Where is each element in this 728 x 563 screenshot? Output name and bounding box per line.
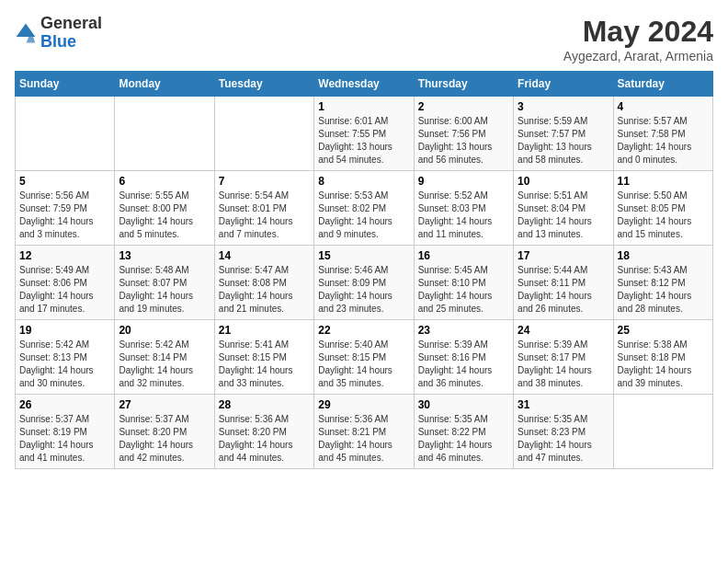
day-info: Sunrise: 5:51 AMSunset: 8:04 PMDaylight:… xyxy=(518,190,609,241)
day-info: Sunrise: 5:43 AMSunset: 8:12 PMDaylight:… xyxy=(618,264,709,316)
calendar-day-cell: 10Sunrise: 5:51 AMSunset: 8:04 PMDayligh… xyxy=(514,171,613,246)
calendar-day-cell xyxy=(16,97,115,171)
day-number: 7 xyxy=(219,175,310,188)
calendar-day-cell: 15Sunrise: 5:46 AMSunset: 8:09 PMDayligh… xyxy=(314,246,414,320)
calendar-week-row: 12Sunrise: 5:49 AMSunset: 8:06 PMDayligh… xyxy=(16,246,713,320)
logo-text: General Blue xyxy=(40,15,102,52)
day-info: Sunrise: 5:55 AMSunset: 8:00 PMDaylight:… xyxy=(119,190,210,241)
calendar-day-cell: 17Sunrise: 5:44 AMSunset: 8:11 PMDayligh… xyxy=(514,246,613,320)
calendar-week-row: 26Sunrise: 5:37 AMSunset: 8:19 PMDayligh… xyxy=(16,395,713,469)
day-info: Sunrise: 5:54 AMSunset: 8:01 PMDaylight:… xyxy=(219,190,310,241)
day-number: 10 xyxy=(518,175,609,188)
day-number: 6 xyxy=(119,175,210,188)
day-info: Sunrise: 5:50 AMSunset: 8:05 PMDaylight:… xyxy=(618,190,709,241)
day-info: Sunrise: 5:41 AMSunset: 8:15 PMDaylight:… xyxy=(219,339,310,390)
day-number: 27 xyxy=(119,398,210,411)
day-info: Sunrise: 5:46 AMSunset: 8:09 PMDaylight:… xyxy=(318,264,409,316)
calendar-day-cell: 25Sunrise: 5:38 AMSunset: 8:18 PMDayligh… xyxy=(613,320,712,395)
calendar-day-cell: 3Sunrise: 5:59 AMSunset: 7:57 PMDaylight… xyxy=(514,97,613,171)
weekday-row: SundayMondayTuesdayWednesdayThursdayFrid… xyxy=(16,72,713,97)
calendar-week-row: 1Sunrise: 6:01 AMSunset: 7:55 PMDaylight… xyxy=(16,97,713,171)
calendar-day-cell: 1Sunrise: 6:01 AMSunset: 7:55 PMDaylight… xyxy=(314,97,414,171)
day-info: Sunrise: 5:59 AMSunset: 7:57 PMDaylight:… xyxy=(518,115,609,167)
logo-icon xyxy=(15,22,37,44)
day-number: 8 xyxy=(318,175,409,188)
day-info: Sunrise: 5:47 AMSunset: 8:08 PMDaylight:… xyxy=(219,264,310,316)
calendar-day-cell: 2Sunrise: 6:00 AMSunset: 7:56 PMDaylight… xyxy=(414,97,513,171)
calendar-day-cell: 29Sunrise: 5:36 AMSunset: 8:21 PMDayligh… xyxy=(314,395,414,469)
day-info: Sunrise: 5:36 AMSunset: 8:21 PMDaylight:… xyxy=(318,413,409,465)
day-info: Sunrise: 5:52 AMSunset: 8:03 PMDaylight:… xyxy=(418,190,509,241)
calendar-day-cell: 19Sunrise: 5:42 AMSunset: 8:13 PMDayligh… xyxy=(16,320,115,395)
day-number: 14 xyxy=(219,249,310,262)
day-info: Sunrise: 5:36 AMSunset: 8:20 PMDaylight:… xyxy=(219,413,310,465)
day-info: Sunrise: 6:00 AMSunset: 7:56 PMDaylight:… xyxy=(418,115,509,167)
day-info: Sunrise: 5:45 AMSunset: 8:10 PMDaylight:… xyxy=(418,264,509,316)
title-block: May 2024 Aygezard, Ararat, Armenia xyxy=(563,15,713,63)
day-number: 12 xyxy=(19,249,110,262)
day-info: Sunrise: 5:38 AMSunset: 8:18 PMDaylight:… xyxy=(618,339,709,390)
day-number: 11 xyxy=(618,175,709,188)
page-header: General Blue May 2024 Aygezard, Ararat, … xyxy=(15,15,713,63)
day-number: 24 xyxy=(518,324,609,337)
weekday-header: Tuesday xyxy=(214,72,313,97)
calendar-day-cell: 16Sunrise: 5:45 AMSunset: 8:10 PMDayligh… xyxy=(414,246,513,320)
day-number: 21 xyxy=(219,324,310,337)
calendar-day-cell: 20Sunrise: 5:42 AMSunset: 8:14 PMDayligh… xyxy=(115,320,214,395)
calendar-day-cell: 18Sunrise: 5:43 AMSunset: 8:12 PMDayligh… xyxy=(613,246,712,320)
day-info: Sunrise: 6:01 AMSunset: 7:55 PMDaylight:… xyxy=(318,115,409,167)
calendar-day-cell xyxy=(214,97,313,171)
calendar-day-cell: 12Sunrise: 5:49 AMSunset: 8:06 PMDayligh… xyxy=(16,246,115,320)
calendar-day-cell: 24Sunrise: 5:39 AMSunset: 8:17 PMDayligh… xyxy=(514,320,613,395)
day-number: 16 xyxy=(418,249,509,262)
day-number: 4 xyxy=(618,100,709,113)
day-info: Sunrise: 5:35 AMSunset: 8:22 PMDaylight:… xyxy=(418,413,509,465)
calendar-day-cell: 11Sunrise: 5:50 AMSunset: 8:05 PMDayligh… xyxy=(613,171,712,246)
day-number: 13 xyxy=(119,249,210,262)
day-number: 23 xyxy=(418,324,509,337)
calendar-day-cell: 4Sunrise: 5:57 AMSunset: 7:58 PMDaylight… xyxy=(613,97,712,171)
day-number: 3 xyxy=(518,100,609,113)
calendar-header: SundayMondayTuesdayWednesdayThursdayFrid… xyxy=(16,72,713,97)
calendar-day-cell: 21Sunrise: 5:41 AMSunset: 8:15 PMDayligh… xyxy=(214,320,313,395)
calendar-day-cell: 9Sunrise: 5:52 AMSunset: 8:03 PMDaylight… xyxy=(414,171,513,246)
day-info: Sunrise: 5:56 AMSunset: 7:59 PMDaylight:… xyxy=(19,190,110,241)
calendar-day-cell: 8Sunrise: 5:53 AMSunset: 8:02 PMDaylight… xyxy=(314,171,414,246)
day-number: 5 xyxy=(19,175,110,188)
calendar-day-cell: 28Sunrise: 5:36 AMSunset: 8:20 PMDayligh… xyxy=(214,395,313,469)
day-number: 19 xyxy=(19,324,110,337)
weekday-header: Thursday xyxy=(414,72,513,97)
day-number: 28 xyxy=(219,398,310,411)
day-number: 15 xyxy=(318,249,409,262)
day-info: Sunrise: 5:37 AMSunset: 8:19 PMDaylight:… xyxy=(19,413,110,465)
weekday-header: Sunday xyxy=(16,72,115,97)
day-number: 25 xyxy=(618,324,709,337)
day-info: Sunrise: 5:35 AMSunset: 8:23 PMDaylight:… xyxy=(518,413,609,465)
svg-marker-0 xyxy=(17,23,36,36)
day-info: Sunrise: 5:37 AMSunset: 8:20 PMDaylight:… xyxy=(119,413,210,465)
day-info: Sunrise: 5:42 AMSunset: 8:14 PMDaylight:… xyxy=(119,339,210,390)
calendar-day-cell: 30Sunrise: 5:35 AMSunset: 8:22 PMDayligh… xyxy=(414,395,513,469)
calendar-table: SundayMondayTuesdayWednesdayThursdayFrid… xyxy=(15,71,713,469)
calendar-day-cell xyxy=(613,395,712,469)
day-number: 1 xyxy=(318,100,409,113)
day-info: Sunrise: 5:40 AMSunset: 8:15 PMDaylight:… xyxy=(318,339,409,390)
calendar-day-cell xyxy=(115,97,214,171)
day-number: 31 xyxy=(518,398,609,411)
calendar-week-row: 5Sunrise: 5:56 AMSunset: 7:59 PMDaylight… xyxy=(16,171,713,246)
calendar-day-cell: 5Sunrise: 5:56 AMSunset: 7:59 PMDaylight… xyxy=(16,171,115,246)
calendar-day-cell: 26Sunrise: 5:37 AMSunset: 8:19 PMDayligh… xyxy=(16,395,115,469)
day-number: 30 xyxy=(418,398,509,411)
day-number: 29 xyxy=(318,398,409,411)
calendar-day-cell: 6Sunrise: 5:55 AMSunset: 8:00 PMDaylight… xyxy=(115,171,214,246)
calendar-day-cell: 14Sunrise: 5:47 AMSunset: 8:08 PMDayligh… xyxy=(214,246,313,320)
calendar-body: 1Sunrise: 6:01 AMSunset: 7:55 PMDaylight… xyxy=(16,97,713,469)
day-number: 18 xyxy=(618,249,709,262)
calendar-day-cell: 23Sunrise: 5:39 AMSunset: 8:16 PMDayligh… xyxy=(414,320,513,395)
calendar-day-cell: 31Sunrise: 5:35 AMSunset: 8:23 PMDayligh… xyxy=(514,395,613,469)
day-info: Sunrise: 5:57 AMSunset: 7:58 PMDaylight:… xyxy=(618,115,709,167)
day-info: Sunrise: 5:53 AMSunset: 8:02 PMDaylight:… xyxy=(318,190,409,241)
weekday-header: Monday xyxy=(115,72,214,97)
calendar-day-cell: 13Sunrise: 5:48 AMSunset: 8:07 PMDayligh… xyxy=(115,246,214,320)
day-number: 22 xyxy=(318,324,409,337)
